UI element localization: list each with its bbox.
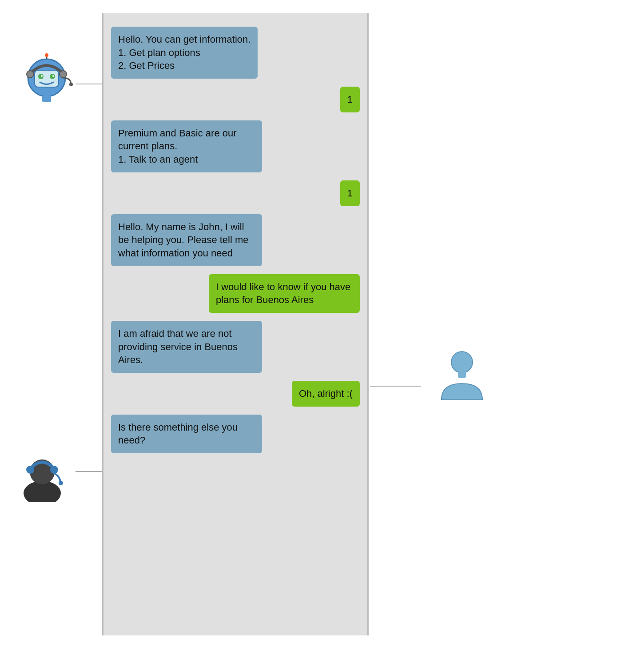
svg-point-7	[52, 75, 54, 77]
user-avatar	[435, 347, 489, 402]
svg-rect-18	[458, 372, 466, 378]
svg-point-17	[451, 351, 473, 373]
svg-point-2	[60, 71, 67, 78]
bot-avatar	[18, 53, 76, 113]
message-2: 1	[340, 87, 360, 112]
connector-agent-left	[76, 471, 103, 472]
svg-point-6	[41, 75, 43, 77]
connector-bot-top	[76, 84, 103, 84]
svg-point-10	[45, 53, 48, 57]
svg-point-5	[50, 74, 55, 79]
svg-point-14	[26, 466, 34, 474]
message-9: Is there something else you need?	[111, 415, 262, 453]
svg-point-16	[59, 481, 63, 485]
svg-point-1	[27, 71, 34, 78]
svg-rect-8	[42, 96, 51, 102]
svg-point-11	[69, 83, 73, 86]
agent-avatar	[13, 444, 71, 504]
message-4: 1	[340, 180, 360, 206]
message-8: Oh, alright :(	[292, 381, 360, 407]
message-3: Premium and Basic are our current plans.…	[111, 120, 262, 172]
svg-point-4	[38, 74, 44, 79]
message-1: Hello. You can get information. 1. Get p…	[111, 27, 258, 79]
message-5: Hello. My name is John, I will be helpin…	[111, 214, 262, 266]
chat-window: Hello. You can get information. 1. Get p…	[102, 13, 369, 635]
message-7: I am afraid that we are not providing se…	[111, 321, 262, 373]
message-6: I would like to know if you have plans f…	[209, 274, 360, 313]
connector-user-right	[370, 386, 421, 387]
